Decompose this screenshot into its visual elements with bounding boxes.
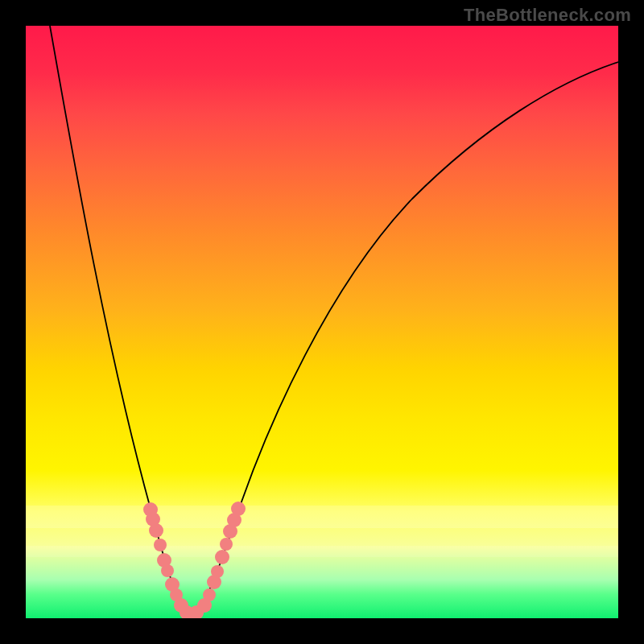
chart-frame: TheBottleneck.com xyxy=(0,0,644,644)
plot-area xyxy=(26,26,618,618)
watermark-text: TheBottleneck.com xyxy=(464,5,631,26)
